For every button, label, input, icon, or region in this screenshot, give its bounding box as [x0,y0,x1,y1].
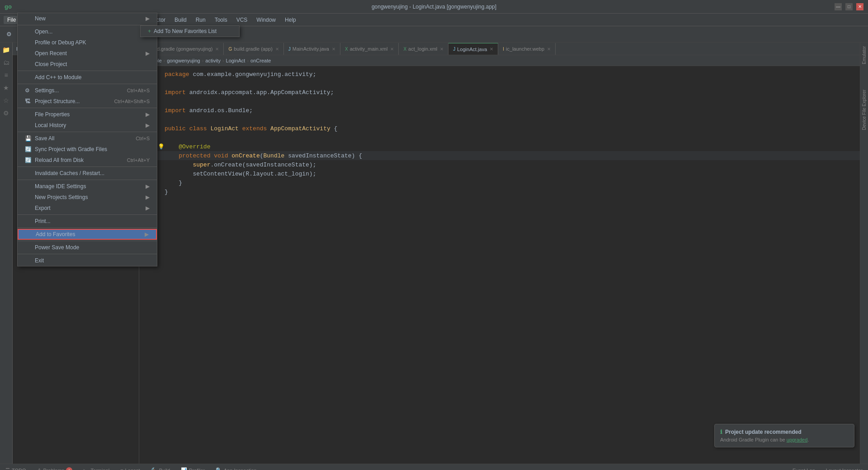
tab-activity-main-xml[interactable]: X activity_main.xml ✕ [340,43,399,55]
file-menu-item-open-recent[interactable]: Open Recent▶ [18,48,157,59]
info-icon: ℹ [720,429,722,435]
file-menu-item-close-project[interactable]: Close Project [18,59,157,70]
file-menu-item-sync-gradle[interactable]: 🔄Sync Project with Gradle Files [18,144,157,155]
menu-item-help[interactable]: Help [281,16,300,24]
tab-login-act-java[interactable]: J LoginAct.java ✕ [448,43,498,55]
file-menu-item-project-structure[interactable]: 🏗Project Structure...Ctrl+Alt+Shift+S [18,96,157,107]
sidebar-icon-bookmarks[interactable]: ★ [1,82,12,93]
layout-inspector-tab[interactable]: Layout Inspector [821,466,868,470]
tab-close-activity-main-xml[interactable]: ✕ [390,47,394,52]
problems-badge: ! [66,467,72,470]
sidebar-icon-favorites[interactable]: ☆ [1,95,12,106]
bottom-tab-todo[interactable]: ☰ TODO [0,465,32,470]
bottom-tab-logcat[interactable]: ≡ Logcat [115,466,145,470]
gutter-icon: 💡 [157,143,165,150]
breadcrumb-item-4[interactable]: onCreate [250,58,271,63]
tab-build-gradle-app[interactable]: G build.gradle (app) ✕ [224,43,283,55]
settings-btn[interactable]: ⚙ [4,29,14,40]
tab-ic-launcher-webp[interactable]: I ic_launcher.webp ✕ [498,43,556,55]
tab-icon-main-activity: J [288,47,291,52]
sidebar-icon-project[interactable]: 📁 [1,44,12,55]
menu-label-invalidate: Invalidate Caches / Restart... [35,170,104,176]
bottom-tab-label-terminal: Terminal [91,468,110,470]
menu-item-build[interactable]: Build [171,16,190,24]
breadcrumb-sep-1: › [202,58,204,63]
file-menu-item-open[interactable]: Open... [18,26,157,37]
tab-act-login-xml[interactable]: X act_login.xml ✕ [399,43,448,55]
bottom-tab-icon-app-inspection: 🔍 [216,467,222,470]
code-line: 10 protected void onCreate(Bundle savedI… [139,151,860,160]
menu-label-settings: Settings... [35,87,59,94]
menu-item-vcs[interactable]: VCS [233,16,251,24]
sidebar-icon-build-variants[interactable]: ⚙ [1,108,12,119]
bottom-tab-label-app-inspection: App Inspection [224,468,257,470]
file-menu-item-export[interactable]: Export▶ [18,203,157,214]
breadcrumb-item-2[interactable]: activity [205,58,221,63]
submenu-arrow-manage-ide: ▶ [146,183,150,190]
tab-icon-login-act-java: J [453,47,455,52]
menu-label-add-cpp: Add C++ to Module [35,74,81,81]
sidebar-icons: 📁🗂≡★☆⚙ [0,43,13,464]
code-line: 13 } [139,178,860,187]
code-editor[interactable]: 1package com.example.gongwenyujing.activ… [139,66,860,464]
file-menu-item-exit[interactable]: Exit [18,255,157,266]
breadcrumb-item-1[interactable]: gongwenyujing [167,58,200,63]
bottom-tab-app-inspection[interactable]: 🔍 App Inspection [210,465,262,470]
file-menu-item-add-favorites[interactable]: Add to Favorites▶ [18,229,157,240]
title-bar-controls: — □ ✕ [835,3,863,10]
favorites-submenu: + Add To New Favorites List [140,25,240,37]
file-menu-item-local-history[interactable]: Local History▶ [18,120,157,131]
bottom-tab-build[interactable]: 🔨 Build [146,465,175,470]
file-menu-item-reload-disk[interactable]: 🔄Reload All from DiskCtrl+Alt+Y [18,155,157,166]
tab-close-login-act-java[interactable]: ✕ [490,47,493,52]
submenu-arrow-file-properties: ▶ [146,111,150,118]
bottom-tab-terminal[interactable]: >_ Terminal [78,466,115,470]
menu-separator [18,241,157,241]
menu-item-tools[interactable]: Tools [211,16,231,24]
file-menu-item-profile-debug[interactable]: Profile or Debug APK [18,37,157,48]
upgrade-link[interactable]: upgraded [787,437,808,442]
file-menu-item-new-projects[interactable]: New Projects Settings▶ [18,192,157,203]
maximize-button[interactable]: □ [845,3,853,10]
tab-main-activity[interactable]: J MainActivity.java ✕ [284,43,340,55]
file-menu-item-settings[interactable]: ⚙Settings...Ctrl+Alt+S [18,85,157,96]
notification-title: ℹ Project update recommended [720,429,849,435]
tab-close-main-activity[interactable]: ✕ [332,47,335,52]
menu-label-power-save: Power Save Mode [35,244,79,251]
breadcrumb: example›gongwenyujing›activity›LoginAct›… [139,55,860,66]
emulator-label[interactable]: Emulator [860,43,868,68]
file-menu-item-manage-ide[interactable]: Manage IDE Settings▶ [18,181,157,192]
menu-item-window[interactable]: Window [253,16,279,24]
file-menu-item-new[interactable]: New▶ [18,13,157,24]
file-menu-item-invalidate[interactable]: Invalidate Caches / Restart... [18,168,157,179]
bottom-tab-icon-build: 🔨 [151,467,157,470]
submenu-arrow-open-recent: ▶ [146,50,150,57]
tab-close-act-login-xml[interactable]: ✕ [440,47,443,52]
tab-label-ic-launcher-webp: ic_launcher.webp [506,46,544,52]
sidebar-icon-structure[interactable]: ≡ [1,70,12,81]
tab-label-build-gradle-app: build.gradle (app) [234,46,273,52]
bottom-tab-profiler[interactable]: 📊 Profiler [175,465,210,470]
sidebar-icon-resource-manager[interactable]: 🗂 [1,57,12,68]
file-menu-item-save-all[interactable]: 💾Save AllCtrl+S [18,133,157,144]
file-menu-item-file-properties[interactable]: File Properties▶ [18,109,157,120]
minimize-button[interactable]: — [835,3,842,10]
bottom-tab-label-todo: TODO [12,468,26,470]
file-menu-item-add-cpp[interactable]: Add C++ to Module [18,72,157,83]
file-menu-item-print[interactable]: Print... [18,216,157,227]
bottom-tab-problems[interactable]: ⚠ Problems! [32,465,78,470]
close-button[interactable]: ✕ [856,3,863,10]
menu-separator [18,254,157,254]
menu-item-run[interactable]: Run [192,16,209,24]
tab-close-ic-launcher-webp[interactable]: ✕ [547,47,551,52]
event-log-tab[interactable]: Event Log [787,466,821,470]
tab-close-build-gradle-app[interactable]: ✕ [275,47,279,52]
favorites-submenu-item-add-new-favorites[interactable]: + Add To New Favorites List [141,26,239,37]
code-line: 4 [139,97,860,106]
device-file-explorer-label[interactable]: Device File Explorer [860,86,868,133]
tab-label-login-act-java: LoginAct.java [457,47,487,52]
breadcrumb-item-3[interactable]: LoginAct [226,58,245,63]
menu-label-open: Open... [35,28,52,35]
file-menu-item-power-save[interactable]: Power Save Mode [18,242,157,253]
tab-close-build-gradle-gong[interactable]: ✕ [215,47,219,52]
